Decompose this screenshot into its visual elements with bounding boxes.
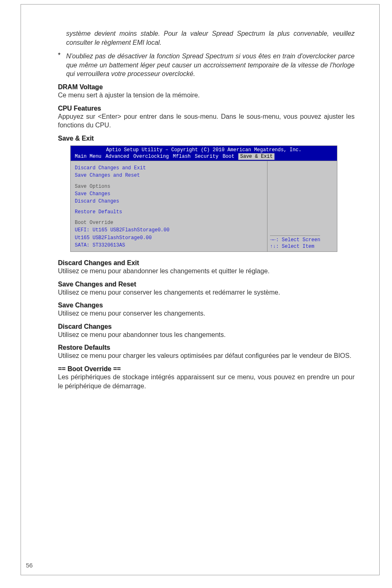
bios-item-save-options: Save Options	[75, 183, 263, 190]
paragraph-cpu-features: Appuyez sur <Enter> pour entrer dans le …	[58, 112, 355, 130]
page-frame: système devient moins stable. Pour la va…	[21, 4, 380, 575]
bios-tab-overclocking: Overclocking	[133, 153, 168, 160]
bios-item-uefi-usb: UEFI: Ut165 USB2FlashStorage0.00	[75, 226, 263, 234]
bios-tab-boot: Boot	[223, 153, 235, 160]
bios-title: Aptio Setup Utility – Copyright (C) 2010…	[73, 147, 334, 153]
paragraph-save-changes-reset: Utilisez ce menu pour conserver les chan…	[58, 288, 355, 297]
heading-save-exit: Save & Exit	[58, 135, 355, 142]
heading-dram-voltage: DRAM Voltage	[58, 83, 355, 91]
heading-save-changes-reset: Save Changes and Reset	[58, 281, 355, 288]
bios-item-usb: Ut165 USB2FlashStorage0.00	[75, 234, 263, 242]
bios-item-discard-changes: Discard Changes	[75, 198, 263, 205]
heading-save-changes: Save Changes	[58, 302, 355, 309]
paragraph-intro-continued: système devient moins stable. Pour la va…	[66, 29, 355, 47]
bullet-text: N'oubliez pas de désactiver la fonction …	[66, 52, 355, 78]
bios-screenshot: Aptio Setup Utility – Copyright (C) 2010…	[70, 145, 337, 252]
paragraph-discard-changes-exit: Utilisez ce menu pour abandonner les cha…	[58, 267, 355, 276]
bios-help-line-2: ↑↓: Select Item	[270, 243, 320, 250]
paragraph-save-changes: Utilisez ce menu pour conserver les chan…	[58, 309, 355, 318]
bios-item-save-changes: Save Changes	[75, 190, 263, 198]
bios-help-pane: →←: Select Screen ↑↓: Select Item	[267, 161, 337, 251]
content-block: système devient moins stable. Pour la va…	[58, 29, 355, 390]
bios-item-sata: SATA: ST3320613AS	[75, 242, 263, 249]
bios-tab-save-exit: Save & Exit	[238, 153, 274, 160]
heading-boot-override: == Boot Override ==	[58, 365, 355, 373]
heading-discard-changes-exit: Discard Changes and Exit	[58, 259, 355, 267]
bios-tab-main: Main Menu	[75, 153, 101, 160]
paragraph-discard-changes: Utilisez ce menu pour abandonner tous le…	[58, 330, 355, 339]
bullet-item: * N'oubliez pas de désactiver la fonctio…	[58, 52, 355, 78]
bios-tab-advanced: Advanced	[106, 153, 129, 160]
bios-header: Aptio Setup Utility – Copyright (C) 2010…	[71, 146, 337, 161]
bios-item-restore-defaults: Restore Defaults	[75, 208, 263, 216]
bios-item-discard-exit: Discard Changes and Exit	[75, 164, 263, 172]
bios-tab-row: Main Menu Advanced Overclocking Mflash S…	[73, 153, 334, 160]
paragraph-boot-override: Les périphériques de stockage intégrés a…	[58, 373, 355, 390]
bios-help-line-1: →←: Select Screen	[270, 235, 320, 243]
heading-restore-defaults: Restore Defaults	[58, 344, 355, 351]
paragraph-restore-defaults: Utilisez ce menu pour charger les valeur…	[58, 351, 355, 360]
bios-body: Discard Changes and Exit Save Changes an…	[71, 161, 337, 251]
bios-tab-security: Security	[195, 153, 219, 160]
bios-item-boot-override: Boot Override	[75, 219, 263, 226]
heading-cpu-features: CPU Features	[58, 105, 355, 112]
bios-menu-left: Discard Changes and Exit Save Changes an…	[71, 161, 267, 251]
bullet-marker: *	[58, 52, 63, 78]
page-number: 56	[26, 562, 33, 569]
bios-help-text: →←: Select Screen ↑↓: Select Item	[270, 235, 320, 250]
heading-discard-changes: Discard Changes	[58, 323, 355, 330]
paragraph-dram-voltage: Ce menu sert à ajuster la tension de la …	[58, 91, 355, 100]
bios-tab-mflash: Mflash	[173, 153, 191, 160]
bios-item-save-reset: Save Changes and Reset	[75, 172, 263, 179]
